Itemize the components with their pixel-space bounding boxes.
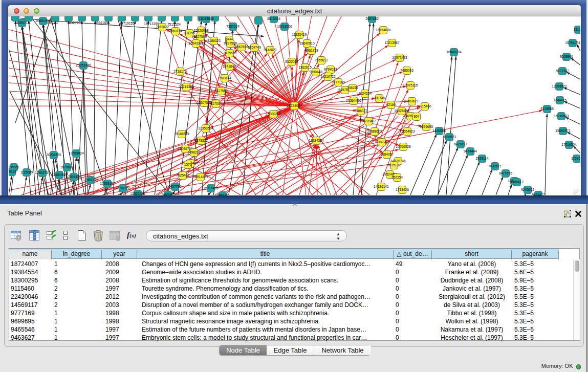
svg-text:6479197: 6479197 — [454, 142, 467, 146]
svg-text:9794028: 9794028 — [324, 68, 337, 71]
svg-text:10756928: 10756928 — [396, 145, 411, 148]
svg-text:10958107: 10958107 — [100, 182, 115, 185]
svg-text:10025438: 10025438 — [394, 109, 409, 113]
svg-text:8186323: 8186323 — [207, 39, 221, 42]
svg-text:3624554: 3624554 — [358, 92, 372, 95]
svg-text:9777169: 9777169 — [332, 80, 345, 84]
svg-text:18300295: 18300295 — [266, 112, 281, 116]
svg-text:9327508: 9327508 — [224, 41, 237, 45]
svg-text:9975887: 9975887 — [60, 165, 74, 169]
svg-text:10688609: 10688609 — [367, 129, 382, 133]
svg-text:20206576: 20206576 — [46, 153, 61, 157]
svg-text:2087682: 2087682 — [365, 17, 379, 20]
svg-text:20364456: 20364456 — [346, 99, 361, 102]
svg-text:15716485: 15716485 — [203, 186, 219, 190]
svg-text:9322037: 9322037 — [285, 60, 298, 63]
svg-text:1327602: 1327602 — [69, 21, 82, 25]
svg-text:2903144: 2903144 — [218, 76, 231, 80]
svg-text:7485063: 7485063 — [400, 69, 413, 72]
svg-text:1570: 1570 — [184, 163, 192, 166]
svg-text:7357224: 7357224 — [226, 25, 239, 28]
svg-text:1362615: 1362615 — [298, 65, 312, 69]
svg-text:746266: 746266 — [347, 86, 358, 90]
svg-text:10973493: 10973493 — [392, 56, 407, 59]
svg-text:8427552: 8427552 — [214, 89, 228, 93]
svg-text:6966160: 6966160 — [95, 21, 108, 25]
svg-text:8938923: 8938923 — [443, 135, 456, 139]
svg-text:1365412: 1365412 — [510, 180, 524, 184]
svg-text:617004: 617004 — [210, 102, 222, 105]
svg-text:20053346: 20053346 — [76, 63, 91, 67]
svg-text:3498222: 3498222 — [187, 150, 201, 154]
svg-text:9474444: 9474444 — [464, 149, 477, 153]
svg-text:116753: 116753 — [571, 157, 580, 160]
svg-text:7386372: 7386372 — [354, 109, 367, 113]
svg-text:9699695: 9699695 — [420, 125, 433, 128]
svg-text:1115689: 1115689 — [20, 170, 33, 174]
svg-text:9327509: 9327509 — [193, 35, 207, 38]
svg-text:7515524: 7515524 — [167, 23, 181, 26]
svg-text:18307249: 18307249 — [374, 140, 389, 144]
svg-text:16033809: 16033809 — [199, 17, 214, 20]
svg-text:804: 804 — [413, 115, 419, 118]
svg-text:9457791: 9457791 — [168, 185, 182, 188]
svg-text:6961758: 6961758 — [305, 49, 318, 52]
svg-text:2967608: 2967608 — [235, 45, 248, 49]
svg-text:20691406: 20691406 — [35, 19, 51, 23]
svg-text:16914479: 16914479 — [193, 175, 208, 179]
svg-text:15751074: 15751074 — [565, 41, 580, 45]
svg-text:17975115: 17975115 — [403, 83, 418, 87]
svg-text:16107552: 16107552 — [197, 101, 212, 104]
svg-text:12505135: 12505135 — [66, 175, 81, 179]
svg-text:7625402: 7625402 — [176, 173, 189, 177]
svg-text:10807487: 10807487 — [372, 96, 387, 100]
svg-text:16782759: 16782759 — [115, 186, 130, 190]
svg-text:8813054: 8813054 — [267, 17, 280, 20]
svg-text:12093572: 12093572 — [552, 84, 567, 88]
svg-text:18640910: 18640910 — [299, 41, 315, 45]
svg-text:19654923: 19654923 — [400, 129, 415, 133]
svg-text:14210722: 14210722 — [320, 75, 336, 78]
svg-text:9242848: 9242848 — [223, 64, 236, 68]
svg-text:1733426: 1733426 — [396, 188, 409, 191]
svg-text:19166825: 19166825 — [174, 132, 189, 136]
svg-text:62160: 62160 — [386, 103, 396, 106]
svg-text:15226058: 15226058 — [193, 29, 209, 32]
svg-text:19218506: 19218506 — [277, 25, 292, 28]
svg-text:1440954: 1440954 — [432, 129, 446, 133]
svg-text:9463627: 9463627 — [405, 99, 419, 103]
svg-text:24055714: 24055714 — [14, 21, 30, 25]
svg-text:3675685: 3675685 — [223, 51, 236, 55]
svg-text:7632621: 7632621 — [488, 164, 502, 168]
svg-text:9529966: 9529966 — [560, 55, 573, 58]
svg-text:7663822: 7663822 — [156, 25, 169, 29]
svg-text:2935114: 2935114 — [475, 157, 489, 160]
svg-text:15692971: 15692971 — [555, 129, 571, 133]
svg-text:17016504: 17016504 — [561, 143, 577, 146]
svg-text:11325419: 11325419 — [292, 33, 307, 36]
svg-text:14136141: 14136141 — [374, 185, 389, 188]
svg-text:18724007: 18724007 — [287, 104, 302, 107]
svg-text:252254: 252254 — [391, 176, 403, 179]
svg-text:12942757: 12942757 — [35, 171, 50, 174]
svg-text:8215955: 8215955 — [540, 107, 554, 111]
svg-text:8471676: 8471676 — [499, 171, 512, 175]
svg-text:9146821: 9146821 — [264, 48, 277, 52]
svg-text:12213967: 12213967 — [384, 41, 400, 45]
svg-text:16210643: 16210643 — [554, 114, 569, 118]
svg-text:8878332: 8878332 — [194, 139, 208, 142]
svg-text:17957225: 17957225 — [83, 178, 98, 182]
svg-text:7955812: 7955812 — [315, 58, 328, 62]
svg-text:8660124: 8660124 — [169, 29, 182, 33]
svg-text:9245652: 9245652 — [521, 188, 534, 191]
svg-text:11172: 11172 — [574, 28, 580, 31]
svg-text:12923446: 12923446 — [130, 192, 145, 195]
svg-text:19384554: 19384554 — [309, 139, 324, 142]
svg-text:15720407: 15720407 — [361, 119, 376, 123]
svg-text:12353594: 12353594 — [198, 126, 213, 130]
svg-text:8454749: 8454749 — [248, 46, 261, 49]
svg-text:2718176: 2718176 — [173, 70, 187, 73]
svg-text:16154808: 16154808 — [376, 28, 391, 32]
svg-text:1244415: 1244415 — [553, 98, 567, 102]
svg-text:10719155: 10719155 — [119, 21, 135, 25]
